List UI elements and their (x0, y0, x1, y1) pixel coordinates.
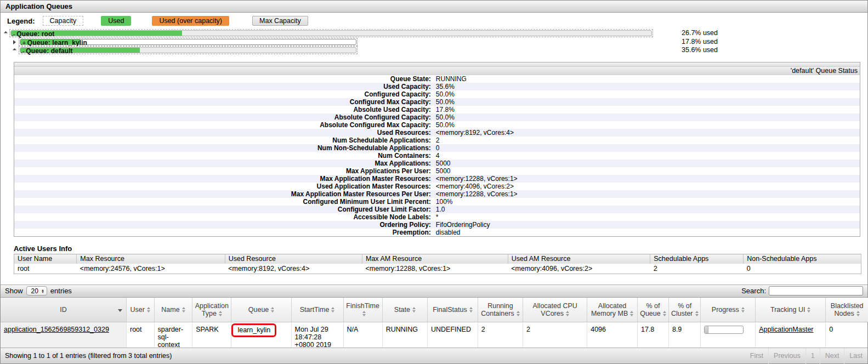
status-value: disabled (434, 229, 461, 236)
tree-toggle-icon[interactable]: .- (21, 48, 24, 54)
queue-used-percent: 35.6% used (682, 46, 718, 54)
col-state[interactable]: State (382, 298, 427, 322)
queue-label: .+Queue: learn_kylin (21, 39, 87, 47)
status-label: Configured Capacity: (14, 90, 434, 98)
queue-tree: .-Queue: root 26.7% used .+Queue: learn_… (1, 29, 867, 58)
queue-status-title: 'default' Queue Status (14, 67, 860, 75)
legend-capacity-swatch: Capacity (43, 16, 84, 26)
pagination-last[interactable]: Last (844, 348, 867, 364)
application-id-link[interactable]: application_1562569859312_0329 (4, 326, 109, 333)
status-value: 50.0% (434, 98, 455, 106)
sort-icon (517, 311, 520, 316)
col-finalstatus[interactable]: FinalStatus (428, 298, 478, 322)
applications-table: ID User Name Application Type Queue Star… (1, 298, 868, 353)
status-value: 50.0% (434, 90, 455, 98)
status-value: 50.0% (434, 113, 455, 121)
status-label: Accessible Node Labels: (14, 213, 434, 221)
expand-collapse-icon[interactable] (13, 48, 16, 52)
scheduler-page: Application Queues Legend: Capacity Used… (0, 0, 868, 364)
col-non-schedulable-apps: Non-Schedulable Apps (744, 254, 861, 264)
col-blacklisted-nodes[interactable]: Blacklisted Nodes (826, 298, 868, 322)
sort-icon (695, 311, 699, 316)
status-label: Max Application Master Resources Per Use… (14, 190, 434, 198)
search-input[interactable] (769, 286, 863, 295)
status-label: Configured Max Capacity: (14, 98, 434, 106)
status-value: <memory:12288, vCores:1> (434, 190, 518, 198)
sort-icon (630, 311, 633, 316)
col-starttime[interactable]: StartTime (291, 298, 343, 322)
col-pct-of-queue[interactable]: % of Queue (637, 298, 668, 322)
sort-icon (856, 311, 860, 316)
page-size-select[interactable]: 20 ▲▼ (26, 286, 47, 295)
sort-icon (147, 307, 150, 312)
status-label: Absolute Used Capacity: (14, 106, 434, 113)
status-value: 17.8% (434, 106, 455, 113)
table-toolbar: Show 20 ▲▼ entries Search: (1, 285, 867, 298)
schedulable-apps-cell: 2 (650, 264, 744, 274)
status-value: 5000 (434, 160, 451, 167)
legend-used-swatch: Used (101, 16, 131, 26)
sort-icon (566, 311, 569, 316)
max-resource-cell: <memory:24576, vCores:1> (77, 264, 225, 274)
status-label: Num Schedulable Applications: (14, 136, 434, 144)
col-finishtime[interactable]: FinishTime (343, 298, 382, 322)
col-id[interactable]: ID (1, 298, 126, 322)
status-label: Num Containers: (14, 152, 434, 160)
red-highlight-annotation: learn_kylin (231, 323, 276, 337)
col-pct-of-cluster[interactable]: % of Cluster (668, 298, 701, 322)
status-label: Used Capacity: (14, 83, 434, 90)
col-running-containers[interactable]: Running Containers (478, 298, 523, 322)
status-label: Max Application Master Resources: (14, 175, 434, 183)
table-footer: Showing 1 to 1 of 1 entries (filtered fr… (1, 348, 867, 363)
col-queue[interactable]: Queue (231, 298, 291, 322)
sort-icon (362, 311, 366, 316)
status-value: <memory:8192, vCores:4> (434, 129, 514, 136)
used-resource-cell: <memory:8192, vCores:4> (225, 264, 362, 274)
expand-collapse-icon[interactable] (4, 31, 8, 35)
tree-toggle-icon[interactable]: .- (12, 31, 15, 37)
queue-status-table: 'default' Queue Status Queue State:RUNNI… (14, 62, 860, 237)
pagination-first[interactable]: First (745, 348, 768, 364)
application-master-link[interactable]: ApplicationMaster (759, 326, 813, 333)
sort-icon (219, 311, 222, 316)
col-application-type[interactable]: Application Type (192, 298, 231, 322)
queue-bar-root[interactable]: .-Queue: root (9, 29, 653, 37)
queue-bar-default[interactable]: .-Queue: default (19, 46, 358, 54)
sort-icon (741, 307, 745, 312)
legend: Legend: Capacity Used Used (over capacit… (1, 13, 867, 28)
legend-over-capacity-swatch: Used (over capacity) (152, 16, 229, 26)
status-value: FifoOrderingPolicy (434, 221, 490, 229)
status-value: 0 (434, 144, 440, 152)
pagination-next[interactable]: Next (820, 348, 844, 364)
status-value: * (434, 213, 439, 221)
queue-bar-learn-kylin[interactable]: .+Queue: learn_kylin (19, 38, 358, 46)
active-users-heading: Active Users Info (14, 244, 867, 253)
pagination: First Previous 1 Next Last (745, 348, 867, 363)
status-value: 35.6% (434, 83, 455, 90)
pagination-page-1[interactable]: 1 (805, 348, 820, 364)
col-tracking-ui[interactable]: Tracking UI (756, 298, 826, 322)
col-allocated-cpu-vcores[interactable]: Allocated CPU VCores (523, 298, 587, 322)
application-queues-header[interactable]: Application Queues (1, 1, 867, 13)
col-allocated-memory-mb[interactable]: Allocated Memory MB (587, 298, 638, 322)
col-name[interactable]: Name (154, 298, 192, 322)
queue-used-percent: 26.7% used (682, 29, 718, 37)
tree-toggle-icon[interactable]: .+ (21, 40, 26, 46)
queue-used-percent: 17.8% used (682, 38, 718, 46)
status-label: Preemption: (14, 229, 434, 236)
queue-row-learn-kylin: .+Queue: learn_kylin 17.8% used (1, 38, 867, 46)
sort-icon (412, 307, 416, 312)
non-schedulable-apps-cell: 0 (744, 264, 861, 274)
sort-icon (807, 307, 810, 312)
active-user-row: root <memory:24576, vCores:1> <memory:81… (14, 264, 861, 274)
status-value: 4 (434, 152, 440, 160)
stepper-icon: ▲▼ (41, 289, 44, 293)
sort-icon (271, 307, 274, 312)
pagination-previous[interactable]: Previous (768, 348, 805, 364)
status-value: <memory:12288, vCores:1> (434, 175, 518, 183)
col-user[interactable]: User (126, 298, 154, 322)
expand-collapse-icon[interactable] (13, 40, 16, 44)
status-label: Max Applications: (14, 160, 434, 167)
col-progress[interactable]: Progress (701, 298, 756, 322)
status-label: Configured Minimum User Limit Percent: (14, 198, 434, 206)
